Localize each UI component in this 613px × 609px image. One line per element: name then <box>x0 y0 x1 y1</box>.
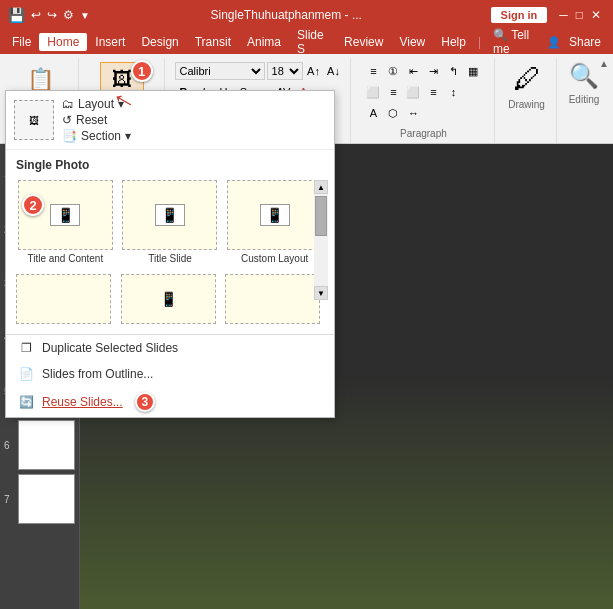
redo-icon[interactable]: ↪ <box>47 8 57 22</box>
font-size-select[interactable]: 18 <box>267 62 303 80</box>
sign-in-button[interactable]: Sign in <box>491 7 548 23</box>
slides-dropdown: 🖼 🗂 Layout ▾ ↺ Reset 📑 Section ▾ <box>5 90 335 418</box>
menu-transit[interactable]: Transit <box>187 33 239 51</box>
slides-from-outline-action[interactable]: 📄 Slides from Outline... <box>6 361 334 387</box>
menu-home[interactable]: Home <box>39 33 87 51</box>
layout-label-3: Custom Layout <box>241 253 308 264</box>
duplicate-slides-action[interactable]: ❐ Duplicate Selected Slides <box>6 335 334 361</box>
scroll-down-arrow[interactable]: ▼ <box>314 286 328 300</box>
gallery-thumb-2-1[interactable] <box>16 274 111 324</box>
columns-button[interactable]: ▦ <box>464 62 482 80</box>
layout-item-1[interactable]: 📱 Title and Content <box>16 180 115 264</box>
menu-review[interactable]: Review <box>336 33 391 51</box>
outline-icon: 📄 <box>18 366 34 382</box>
justify-button[interactable]: ≡ <box>424 83 442 101</box>
title-bar-left: 💾 ↩ ↪ ⚙ ▼ <box>8 7 90 23</box>
reuse-icon: 🔄 <box>18 394 34 410</box>
new-slide-icon-big[interactable]: 🖼 <box>14 100 54 140</box>
gallery-grid: 📱 Title and Content 📱 Title Slide <box>12 180 328 264</box>
align-center-button[interactable]: ≡ <box>384 83 402 101</box>
slide-num-7: 7 <box>4 494 14 505</box>
gallery-thumb-3: 📱 <box>227 180 322 250</box>
slide-thumb-6[interactable] <box>18 420 75 470</box>
text-shadow-button[interactable]: A <box>364 104 382 122</box>
thumb-inner-3: 📱 <box>260 204 290 226</box>
layout-icon: 🗂 <box>62 97 74 111</box>
layout-label-2: Title Slide <box>148 253 192 264</box>
para-section: ≡ ① ⇤ ⇥ ↰ ▦ ⬜ ≡ ⬜ ≡ ↕ A ⬡ ↔ <box>360 62 486 122</box>
decrease-font-button[interactable]: A↓ <box>325 62 343 80</box>
ribbon-collapse-button[interactable]: ▲ <box>599 58 609 69</box>
toolbar-icon[interactable]: ⚙ <box>63 8 74 22</box>
close-btn[interactable]: ✕ <box>591 8 601 22</box>
gallery-thumb-2: 📱 <box>122 180 217 250</box>
paragraph-label: Paragraph <box>400 128 447 139</box>
bullets-button[interactable]: ≡ <box>364 62 382 80</box>
minimize-btn[interactable]: ─ <box>559 8 568 22</box>
menu-share[interactable]: Share <box>561 33 609 51</box>
menu-design[interactable]: Design <box>133 33 186 51</box>
badge-3: 3 <box>135 392 155 412</box>
editing-label: Editing <box>569 94 600 105</box>
convert-button[interactable]: ↔ <box>404 104 422 122</box>
section-link[interactable]: 📑 Section ▾ <box>62 129 131 143</box>
separator: | <box>478 35 481 49</box>
numbering-button[interactable]: ① <box>384 62 402 80</box>
paste-icon: 📋 <box>27 67 54 93</box>
drawing-group: 🖊 Drawing <box>497 58 557 143</box>
thumb-phone-small: 📱 <box>160 291 177 307</box>
drawing-label: Drawing <box>508 99 545 110</box>
rtl-button[interactable]: ↰ <box>444 62 462 80</box>
layout-gallery: Single Photo 📱 Title and Content <box>6 150 334 334</box>
undo-icon[interactable]: ↩ <box>31 8 41 22</box>
menu-help[interactable]: Help <box>433 33 474 51</box>
dropdown-top: 🖼 🗂 Layout ▾ ↺ Reset 📑 Section ▾ <box>6 91 334 150</box>
increase-font-button[interactable]: A↑ <box>305 62 323 80</box>
app-icon: 💾 <box>8 7 25 23</box>
gallery-thumb-2-3[interactable] <box>225 274 320 324</box>
gallery-scrollbar[interactable]: ▲ ▼ <box>314 180 328 300</box>
thumb-phone-icon-3: 📱 <box>266 207 283 223</box>
smartart-button[interactable]: ⬡ <box>384 104 402 122</box>
dropdown-menu-items: ❐ Duplicate Selected Slides 📄 Slides fro… <box>6 334 334 417</box>
slide-thumb-7[interactable] <box>18 474 75 524</box>
scroll-up-arrow[interactable]: ▲ <box>314 180 328 194</box>
thumb-phone-icon: 📱 <box>57 207 74 223</box>
badge-2: 2 <box>22 194 44 216</box>
dropdown-arrow-icon[interactable]: ▼ <box>80 10 90 21</box>
align-right-button[interactable]: ⬜ <box>404 83 422 101</box>
editing-icon: 🔍 <box>569 62 599 90</box>
increase-indent-button[interactable]: ⇥ <box>424 62 442 80</box>
badge-1: 1 <box>131 60 153 82</box>
menu-bar: File Home Insert Design Transit Anima Sl… <box>0 30 613 54</box>
scroll-thumb[interactable] <box>315 196 327 236</box>
thumb-inner-2: 📱 <box>155 204 185 226</box>
main-area: 1 2 3 4 5 6 7 <box>0 144 613 609</box>
layout-item-3[interactable]: 📱 Custom Layout <box>225 180 324 264</box>
app-title: SingleThuhuatphanmem - ... <box>90 8 483 22</box>
gallery-grid-2: 📱 <box>12 270 328 328</box>
decrease-indent-button[interactable]: ⇤ <box>404 62 422 80</box>
font-row-1: Calibri 18 A↑ A↓ <box>175 62 343 80</box>
share-icon: 👤 <box>547 36 561 49</box>
thumb-inner-1: 📱 <box>50 204 80 226</box>
slide-num-6: 6 <box>4 440 14 451</box>
menu-file[interactable]: File <box>4 33 39 51</box>
reuse-slides-action[interactable]: 🔄 Reuse Slides... 3 <box>6 387 334 417</box>
duplicate-icon: ❐ <box>18 340 34 356</box>
layout-item-2[interactable]: 📱 Title Slide <box>121 180 220 264</box>
menu-anima[interactable]: Anima <box>239 33 289 51</box>
editing-group: 🔍 Editing <box>559 58 609 143</box>
reset-icon: ↺ <box>62 113 72 127</box>
section-icon: 📑 <box>62 129 77 143</box>
maximize-btn[interactable]: □ <box>576 8 583 22</box>
menu-view[interactable]: View <box>391 33 433 51</box>
gallery-thumb-2-2[interactable]: 📱 <box>121 274 216 324</box>
font-family-select[interactable]: Calibri <box>175 62 265 80</box>
paragraph-group: ≡ ① ⇤ ⇥ ↰ ▦ ⬜ ≡ ⬜ ≡ ↕ A ⬡ ↔ Paragraph <box>353 58 495 143</box>
menu-insert[interactable]: Insert <box>87 33 133 51</box>
align-left-button[interactable]: ⬜ <box>364 83 382 101</box>
line-spacing-button[interactable]: ↕ <box>444 83 462 101</box>
layout-label-1: Title and Content <box>27 253 103 264</box>
thumb-phone-icon-2: 📱 <box>161 207 178 223</box>
